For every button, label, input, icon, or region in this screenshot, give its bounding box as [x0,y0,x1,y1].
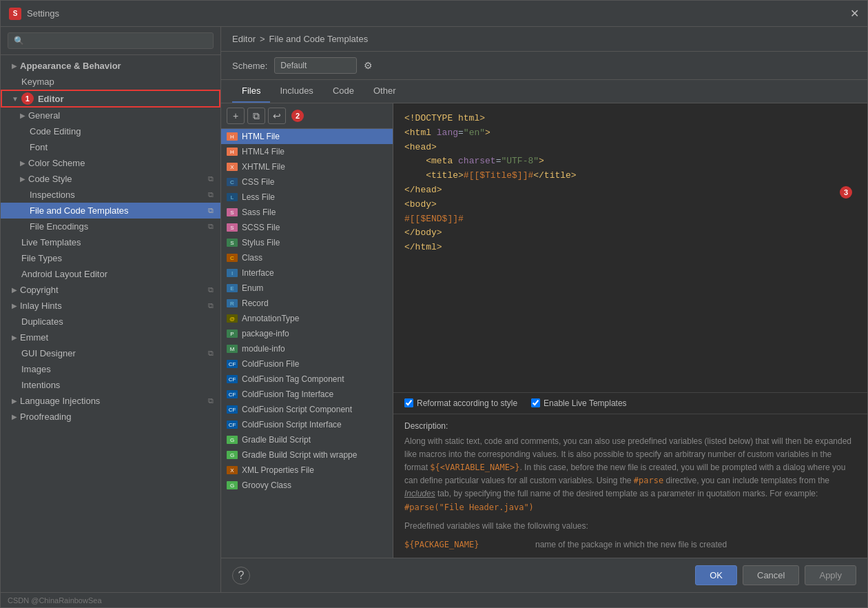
tab-files[interactable]: Files [232,80,270,103]
sidebar-item-editor[interactable]: ▼ 1 Editor [1,90,220,108]
sidebar-item-images[interactable]: Images [1,361,220,377]
file-item-record[interactable]: R Record [221,296,393,311]
file-item-cf-tag-component[interactable]: CF ColdFusion Tag Component [221,372,393,387]
file-item-label: Sass File [242,207,276,217]
sidebar-item-emmet[interactable]: ▶ Emmet [1,330,220,345]
live-templates-checkbox[interactable] [531,398,540,407]
code-panel: <!DOCTYPE html> <html lang="en"> <head> … [393,103,867,558]
file-item-label: HTML File [242,132,280,141]
sidebar-item-label: File Types [21,253,62,263]
tab-code[interactable]: Code [323,80,364,103]
sidebar-item-inspections[interactable]: Inspections ⧉ [1,187,220,203]
ok-button[interactable]: OK [695,565,737,585]
file-item-scss[interactable]: S SCSS File [221,220,393,235]
file-item-label: package-info [242,329,289,338]
sidebar-item-label: Color Scheme [28,158,85,168]
code-line: <head> [404,141,856,155]
file-item-cf-tag-interface[interactable]: CF ColdFusion Tag Interface [221,387,393,402]
file-type-icon: S [227,239,238,247]
file-item-less[interactable]: L Less File [221,190,393,205]
copy-template-button[interactable]: ⧉ [247,108,265,124]
live-templates-checkbox-label[interactable]: Enable Live Templates [531,398,627,408]
copy-icon: ⧉ [208,222,214,231]
file-item-stylus[interactable]: S Stylus File [221,235,393,250]
file-item-gradle-build[interactable]: G Gradle Build Script [221,432,393,447]
sidebar-item-language-injections[interactable]: ▶ Language Injections ⧉ [1,393,220,409]
file-item-html[interactable]: H HTML File [221,129,393,144]
file-item-interface[interactable]: I Interface [221,265,393,281]
breadcrumb: Editor > File and Code Templates [221,27,867,52]
file-item-cf-script-component[interactable]: CF ColdFusion Script Component [221,402,393,417]
sidebar-item-inlay-hints[interactable]: ▶ Inlay Hints ⧉ [1,298,220,314]
help-button[interactable]: ? [232,567,250,585]
sidebar-item-intentions[interactable]: Intentions [1,377,220,393]
file-item-xhtml[interactable]: X XHTML File [221,159,393,174]
sidebar-item-file-and-code-templates[interactable]: File and Code Templates ⧉ [1,203,220,219]
file-item-sass[interactable]: S Sass File [221,205,393,220]
sidebar: ▶ Appearance & Behavior Keymap ▼ 1 Edito… [1,27,221,592]
file-list: H HTML File H HTML4 File X XHTML File [221,129,393,558]
copy-icon: ⧉ [208,396,214,405]
cancel-button[interactable]: Cancel [743,565,799,585]
file-item-class[interactable]: C Class [221,250,393,265]
close-button[interactable]: ✕ [850,7,859,20]
sidebar-item-label: Keymap [21,77,54,87]
copy-icon: ⧉ [208,301,214,310]
sidebar-item-appearance[interactable]: ▶ Appearance & Behavior [1,58,220,74]
file-item-annotation[interactable]: @ AnnotationType [221,311,393,326]
file-item-groovy-class[interactable]: G Groovy Class [221,478,393,493]
file-item-cf-script-interface[interactable]: CF ColdFusion Script Interface [221,417,393,432]
sidebar-item-gui-designer[interactable]: GUI Designer ⧉ [1,345,220,361]
file-item-label: Gradle Build Script with wrappe [242,450,357,460]
scheme-select[interactable]: Default [274,57,357,74]
sidebar-item-color-scheme[interactable]: ▶ Color Scheme [1,155,220,171]
sidebar-item-file-encodings[interactable]: File Encodings ⧉ [1,219,220,234]
sidebar-item-proofreading[interactable]: ▶ Proofreading [1,409,220,425]
sidebar-item-android-layout-editor[interactable]: Android Layout Editor [1,266,220,282]
sidebar-item-label: Editor [38,94,64,104]
add-template-button[interactable]: + [227,108,245,124]
sidebar-item-label: Inlay Hints [20,301,62,311]
file-item-xml-properties[interactable]: X XML Properties File [221,463,393,478]
search-input[interactable] [8,32,214,49]
file-item-css[interactable]: C CSS File [221,174,393,190]
sidebar-item-font[interactable]: Font [1,139,220,155]
file-item-label: Gradle Build Script [242,435,311,445]
file-item-module-info[interactable]: M module-info [221,341,393,356]
reformat-checkbox[interactable] [404,398,413,407]
file-type-icon: G [227,451,238,459]
file-item-coldfusion-file[interactable]: CF ColdFusion File [221,356,393,372]
file-item-html4[interactable]: H HTML4 File [221,144,393,159]
reformat-checkbox-label[interactable]: Reformat according to style [404,398,517,408]
search-bar [1,27,220,55]
sidebar-item-live-templates[interactable]: Live Templates [1,234,220,250]
tab-other[interactable]: Other [364,80,406,103]
tab-includes[interactable]: Includes [270,80,322,103]
scheme-gear[interactable]: ⚙ [364,60,373,71]
sidebar-item-code-editing[interactable]: Code Editing [1,123,220,139]
sidebar-item-general[interactable]: ▶ General [1,108,220,123]
apply-button[interactable]: Apply [805,565,856,585]
file-item-label: AnnotationType [242,314,299,323]
code-line: <meta charset="UTF-8"> [404,154,856,169]
sidebar-item-code-style[interactable]: ▶ Code Style ⧉ [1,171,220,187]
sidebar-item-label: Language Injections [20,396,100,406]
sidebar-item-label: Android Layout Editor [21,269,107,279]
file-item-gradle-wrapper[interactable]: G Gradle Build Script with wrappe [221,447,393,463]
sidebar-item-copyright[interactable]: ▶ Copyright ⧉ [1,282,220,298]
sidebar-item-duplicates[interactable]: Duplicates [1,314,220,330]
code-editor[interactable]: <!DOCTYPE html> <html lang="en"> <head> … [393,103,867,392]
file-list-panel: + ⧉ ↩ 2 H HTML File H HTML4 File [221,103,393,558]
undo-button[interactable]: ↩ [268,108,286,124]
sidebar-item-file-types[interactable]: File Types [1,250,220,266]
scheme-label: Scheme: [232,61,267,71]
file-type-icon: X [227,163,238,171]
file-item-package-info[interactable]: P package-info [221,326,393,341]
sidebar-item-label: Appearance & Behavior [20,61,121,71]
code-options: Reformat according to style Enable Live … [393,392,867,414]
file-item-enum[interactable]: E Enum [221,281,393,296]
sidebar-item-label: Intentions [21,380,60,390]
sidebar-item-keymap[interactable]: Keymap [1,74,220,90]
sidebar-item-label: GUI Designer [21,348,76,358]
scheme-bar: Scheme: Default ⚙ [221,52,867,80]
